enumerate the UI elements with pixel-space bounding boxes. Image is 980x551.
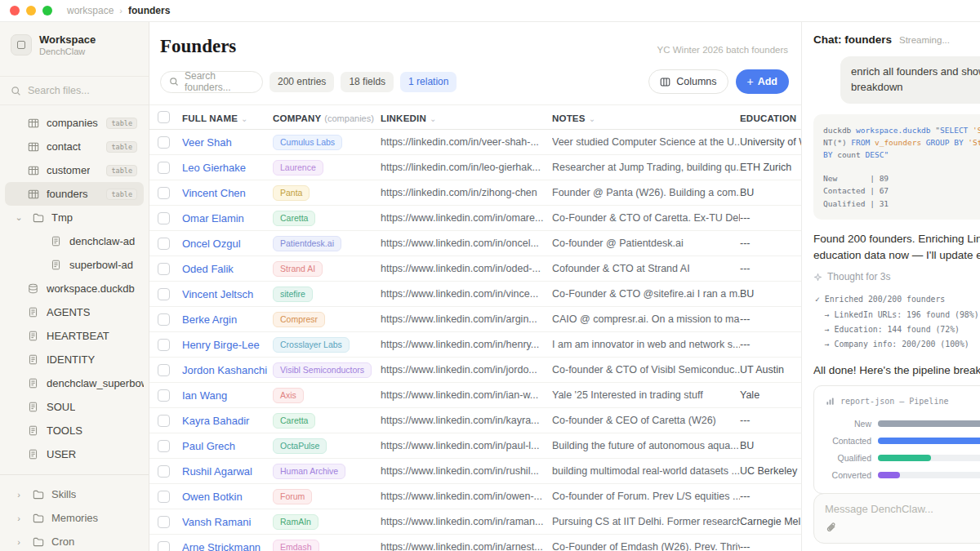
add-button[interactable]: + Add [736, 69, 790, 94]
education-cell[interactable]: UC Berkeley [740, 465, 801, 477]
company-pill[interactable]: Laurence [273, 160, 323, 176]
education-cell[interactable]: University of W [740, 136, 801, 148]
row-checkbox[interactable] [158, 136, 170, 149]
chevron-down-icon[interactable]: ⌄ [13, 212, 24, 223]
founder-name-link[interactable]: Berke Argin [182, 313, 237, 326]
founder-name-link[interactable]: Oded Falik [182, 263, 234, 275]
founder-name-link[interactable]: Omar Elamin [182, 212, 244, 224]
notes-cell[interactable]: Yale '25 Interested in trading stuff [552, 389, 740, 401]
sidebar-item-cron[interactable]: ›Cron [5, 530, 144, 551]
relation-count-badge[interactable]: 1 relation [400, 72, 457, 92]
linkedin-url-cell[interactable]: https://www.linkedin.com/in/paul-l... [381, 440, 552, 451]
education-cell[interactable]: --- [740, 415, 801, 426]
notes-cell[interactable]: Co-Founder of Emdash (W26). Prev. Thriv.… [552, 541, 740, 551]
chevron-down-icon[interactable]: ⌄ [430, 114, 436, 123]
linkedin-url-cell[interactable]: https://www.linkedin.com/in/raman... [381, 516, 552, 527]
sidebar-item-heartbeat[interactable]: HEARTBEAT [5, 324, 144, 348]
education-cell[interactable]: Yale [740, 389, 801, 401]
row-checkbox[interactable] [158, 440, 170, 452]
select-all-checkbox[interactable] [158, 111, 170, 123]
row-checkbox[interactable] [158, 415, 170, 427]
breadcrumb-founders[interactable]: founders [128, 5, 170, 16]
company-pill[interactable]: Visibl Semiconductors [273, 362, 372, 378]
company-pill[interactable]: Compresr [273, 312, 325, 327]
education-cell[interactable]: --- [740, 313, 801, 325]
education-cell[interactable]: --- [740, 263, 801, 274]
founder-name-link[interactable]: Owen Botkin [182, 491, 243, 503]
linkedin-url-cell[interactable]: https://www.linkedin.com/in/owen-... [381, 491, 552, 502]
company-pill[interactable]: sitefire [273, 287, 313, 302]
linkedin-url-cell[interactable]: https://www.linkedin.com/in/argin... [381, 313, 552, 325]
sidebar-item-identity[interactable]: IDENTITY [5, 348, 144, 371]
notes-cell[interactable]: building multimodal real-world datasets … [552, 465, 740, 477]
linkedin-url-cell[interactable]: https://www.linkedin.com/in/jordo... [381, 364, 552, 375]
sidebar-item-superbowl-ad[interactable]: superbowl-ad [5, 253, 144, 277]
table-search-input[interactable]: Search founders... [160, 71, 263, 93]
chat-message-input[interactable]: Message DenchClaw... [813, 493, 980, 544]
founder-name-link[interactable]: Vansh Ramani [182, 516, 251, 528]
sidebar-item-user[interactable]: USER [5, 442, 144, 466]
linkedin-url-cell[interactable]: https://www.linkedin.com/in/omare... [381, 212, 552, 224]
notes-cell[interactable]: Researcher at Jump Trading, building qu.… [552, 162, 740, 173]
chevron-down-icon[interactable]: ⌄ [241, 114, 247, 123]
linkedin-url-cell[interactable]: https://www.linkedin.com/in/henry... [381, 339, 552, 350]
sidebar-item-memories[interactable]: ›Memories [5, 506, 144, 530]
company-pill[interactable]: Emdash [273, 540, 319, 551]
sidebar-item-workspace-duckdb[interactable]: workspace.duckdb [5, 277, 144, 300]
education-cell[interactable]: --- [740, 491, 801, 502]
notes-cell[interactable]: Co-founder @ Patientdesk.ai [552, 238, 740, 249]
notes-cell[interactable]: Co-Founder & CTO @sitefire.ai I ran a m.… [552, 288, 740, 300]
sidebar-item-agents[interactable]: AGENTS [5, 300, 144, 324]
minimize-button[interactable] [26, 6, 36, 16]
notes-cell[interactable]: I am am innovator in web and network s..… [552, 339, 740, 350]
column-header-full-name[interactable]: FULL NAME⌄ [182, 110, 273, 125]
sidebar-item-customer[interactable]: customertable [5, 158, 144, 182]
row-checkbox[interactable] [158, 541, 170, 551]
notes-cell[interactable]: Co-Founder & CTO of Caretta. Ex-TU Del..… [552, 212, 740, 224]
founder-name-link[interactable]: Arne Strickmann [182, 541, 261, 551]
sidebar-item-denchclaw-superbowl-[interactable]: denchclaw_superbowl_... [5, 371, 144, 395]
education-cell[interactable]: --- [740, 238, 801, 249]
column-header-notes[interactable]: NOTES⌄ [552, 110, 740, 125]
education-cell[interactable]: BU [740, 187, 801, 198]
linkedin-url-cell[interactable]: https://www.linkedin.com/in/arnest... [381, 541, 552, 551]
founder-name-link[interactable]: Kayra Bahadir [182, 415, 249, 427]
education-cell[interactable]: --- [740, 541, 801, 551]
row-checkbox[interactable] [158, 187, 170, 199]
chevron-right-icon[interactable]: › [13, 537, 24, 547]
company-pill[interactable]: Panta [273, 185, 310, 201]
education-cell[interactable]: --- [740, 339, 801, 350]
company-pill[interactable]: Axis [273, 388, 304, 403]
linkedin-url-cell[interactable]: https://linkedin.com/in/zihong-chen [381, 187, 552, 198]
notes-cell[interactable]: Co-founder of Forum. Prev L/S equities .… [552, 491, 740, 502]
founder-name-link[interactable]: Henry Birge-Lee [182, 339, 260, 351]
education-cell[interactable]: UT Austin [740, 364, 801, 375]
row-checkbox[interactable] [158, 212, 170, 224]
column-header-education[interactable]: EDUCATION [740, 110, 801, 125]
row-checkbox[interactable] [158, 389, 170, 402]
row-checkbox[interactable] [158, 313, 170, 326]
sidebar-search-input[interactable]: Search files... [0, 76, 149, 105]
sidebar-item-skills[interactable]: ›Skills [5, 482, 144, 506]
linkedin-url-cell[interactable]: https://www.linkedin.com/in/ian-w... [381, 389, 552, 401]
row-checkbox[interactable] [158, 465, 170, 478]
linkedin-url-cell[interactable]: https://www.linkedin.com/in/kayra... [381, 415, 552, 426]
education-cell[interactable]: --- [740, 212, 801, 224]
linkedin-url-cell[interactable]: https://linkedin.com/in/leo-gierhak... [381, 162, 552, 173]
sidebar-item-contact[interactable]: contacttable [5, 135, 144, 158]
founder-name-link[interactable]: Paul Grech [182, 440, 235, 452]
education-cell[interactable]: BU [740, 288, 801, 300]
company-pill[interactable]: Cumulus Labs [273, 135, 342, 150]
linkedin-url-cell[interactable]: https://linkedin.com/in/veer-shah-... [381, 136, 552, 148]
notes-cell[interactable]: Building the future of autonomous aqua..… [552, 440, 740, 451]
company-pill[interactable]: Human Archive [273, 464, 345, 479]
sidebar-item-founders[interactable]: founderstable [5, 182, 144, 206]
row-checkbox[interactable] [158, 491, 170, 503]
sidebar-item-tmp[interactable]: ⌄Tmp [5, 206, 144, 229]
founder-name-link[interactable]: Oncel Ozgul [182, 238, 241, 250]
founder-name-link[interactable]: Rushil Agarwal [182, 465, 252, 478]
company-pill[interactable]: RamAIn [273, 514, 318, 530]
row-checkbox[interactable] [158, 162, 170, 174]
chevron-right-icon[interactable]: › [13, 513, 24, 523]
company-pill[interactable]: Strand AI [273, 261, 323, 277]
